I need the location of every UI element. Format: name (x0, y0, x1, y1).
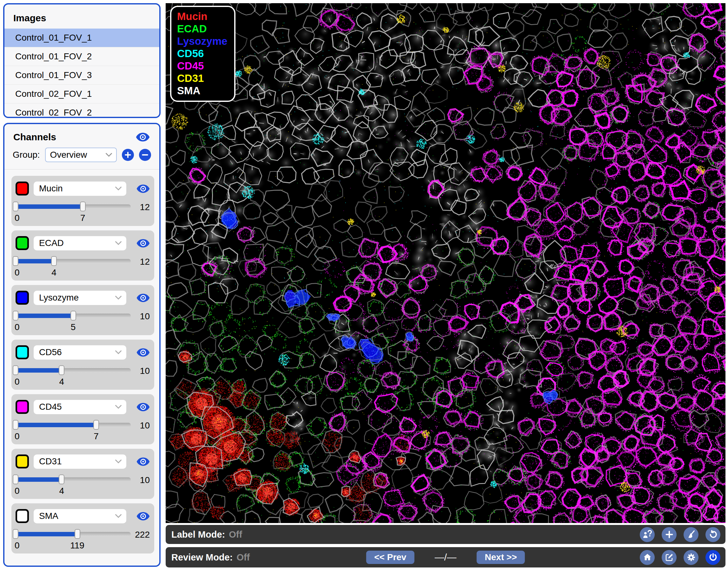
chevron-down-icon (105, 153, 112, 157)
review-counter: —/— (435, 552, 456, 563)
image-list-item[interactable]: Control_02_FOV_2 (4, 103, 159, 118)
channel-visibility-eye-icon[interactable] (136, 512, 150, 521)
clear-labels-button[interactable] (684, 527, 699, 542)
slider-fill (16, 423, 96, 427)
slider-value-label: 7 (94, 431, 99, 442)
image-list-item-label: Control_02_FOV_1 (15, 89, 92, 99)
label-mode-bar: Label Mode: Off (166, 525, 725, 544)
slider-max-label: 10 (132, 420, 150, 431)
home-button[interactable] (640, 550, 655, 565)
channel-visibility-eye-icon[interactable] (136, 239, 150, 248)
slider-min-label: 0 (15, 486, 20, 496)
chevron-down-icon (115, 459, 122, 464)
slider-value-handle[interactable] (70, 311, 76, 321)
edit-button[interactable] (662, 550, 677, 565)
channel-color-swatch[interactable] (16, 236, 29, 250)
add-group-button[interactable] (122, 149, 134, 161)
slider-value-handle[interactable] (80, 202, 86, 211)
channel-select-value: CD56 (39, 347, 62, 357)
slider-min-handle[interactable] (13, 365, 18, 375)
slider-fill (16, 532, 77, 536)
image-list-item[interactable]: Control_02_FOV_1 (4, 85, 159, 103)
channel-card: ECAD 12 0 4 (11, 230, 154, 281)
image-list-item[interactable]: Control_01_FOV_3 (4, 66, 159, 85)
channel-select[interactable]: Lysozyme (34, 291, 126, 305)
image-list-item[interactable]: Control_01_FOV_2 (4, 47, 159, 66)
slider-fill (16, 314, 73, 318)
relabel-question-button[interactable] (640, 527, 655, 542)
slider-max-label: 12 (132, 202, 150, 212)
channel-color-swatch[interactable] (16, 345, 29, 359)
slider-value-handle[interactable] (59, 365, 64, 375)
minus-icon (142, 152, 148, 158)
channel-card: Lysozyme 10 0 5 (11, 285, 154, 335)
slider-min-label: 0 (15, 213, 20, 223)
slider-min-handle[interactable] (13, 256, 18, 266)
images-panel-title: Images (4, 4, 159, 29)
slider-value-label: 4 (59, 377, 64, 387)
slider-value-handle[interactable] (59, 475, 64, 484)
channels-panel: Channels Group: Overview Mucin (3, 123, 160, 567)
slider-min-label: 0 (15, 541, 20, 551)
channel-visibility-eye-icon[interactable] (136, 457, 150, 466)
channel-range-slider: 222 0 119 (16, 529, 131, 539)
channel-range-slider: 12 0 7 (16, 202, 131, 211)
power-button[interactable] (705, 550, 720, 565)
review-mode-title: Review Mode: (171, 552, 233, 563)
channel-color-swatch[interactable] (16, 400, 29, 414)
channel-select[interactable]: CD56 (34, 345, 126, 359)
slider-min-label: 0 (15, 377, 20, 387)
microscopy-image-canvas[interactable] (166, 3, 725, 523)
slider-max-label: 12 (132, 257, 150, 267)
slider-max-label: 222 (132, 530, 150, 540)
slider-min-handle[interactable] (13, 475, 18, 484)
channel-select[interactable]: Mucin (34, 182, 126, 196)
channel-visibility-eye-icon[interactable] (136, 185, 150, 193)
channel-select-value: CD45 (39, 402, 62, 412)
toggle-all-channels-eye-icon[interactable] (136, 133, 150, 141)
settings-button[interactable] (684, 550, 699, 565)
plus-icon (665, 530, 674, 539)
reset-icon (708, 530, 718, 539)
channel-select[interactable]: ECAD (34, 236, 126, 250)
chevron-down-icon (115, 350, 122, 354)
slider-value-handle[interactable] (75, 529, 80, 539)
channels-panel-title: Channels (13, 132, 56, 142)
next-button[interactable]: Next >> (477, 551, 525, 564)
channel-select[interactable]: SMA (34, 509, 126, 523)
slider-min-handle[interactable] (13, 202, 18, 211)
remove-group-button[interactable] (139, 149, 151, 161)
slider-value-handle[interactable] (51, 256, 57, 266)
slider-value-label: 4 (59, 486, 64, 496)
channel-visibility-eye-icon[interactable] (136, 403, 150, 411)
channel-visibility-eye-icon[interactable] (136, 294, 150, 302)
channel-select[interactable]: CD31 (34, 455, 126, 469)
channel-card: CD31 10 0 4 (11, 449, 154, 499)
slider-min-label: 0 (15, 322, 20, 332)
add-label-button[interactable] (662, 527, 677, 542)
legend-item: CD31 (177, 72, 227, 84)
group-select[interactable]: Overview (45, 148, 117, 162)
group-select-value: Overview (50, 150, 87, 160)
prev-button[interactable]: << Prev (366, 551, 414, 564)
image-list-item[interactable]: Control_01_FOV_1 (4, 29, 159, 47)
channel-visibility-eye-icon[interactable] (136, 348, 150, 357)
channel-range-slider: 10 0 5 (16, 311, 131, 321)
channel-color-swatch[interactable] (16, 291, 29, 305)
legend-item: SMA (177, 84, 227, 97)
slider-value-handle[interactable] (93, 420, 99, 430)
slider-min-handle[interactable] (13, 420, 18, 430)
channel-color-swatch[interactable] (16, 455, 29, 469)
slider-min-handle[interactable] (13, 529, 18, 539)
chevron-down-icon (115, 186, 122, 191)
slider-min-handle[interactable] (13, 311, 18, 321)
plus-icon (125, 152, 131, 158)
channel-select[interactable]: CD45 (34, 400, 126, 414)
reset-view-button[interactable] (705, 527, 720, 542)
images-panel: Images Control_01_FOV_1 Control_01_FOV_2… (3, 3, 160, 118)
chevron-down-icon (115, 295, 122, 300)
channel-select-value: ECAD (39, 238, 64, 248)
slider-min-label: 0 (15, 431, 20, 442)
channel-color-swatch[interactable] (16, 182, 29, 196)
channel-color-swatch[interactable] (16, 509, 29, 523)
